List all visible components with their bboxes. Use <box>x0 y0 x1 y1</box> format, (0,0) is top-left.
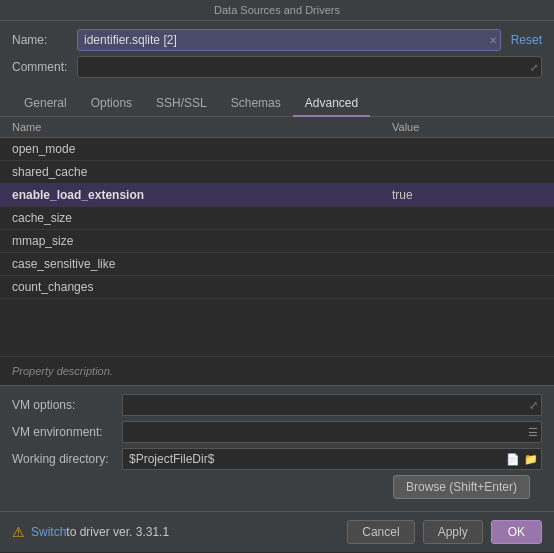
table-body: open_mode shared_cache enable_load_exten… <box>0 138 554 356</box>
vm-options-expand-icon[interactable]: ⤢ <box>529 399 538 412</box>
tab-advanced[interactable]: Advanced <box>293 91 370 117</box>
tab-options[interactable]: Options <box>79 91 144 117</box>
working-dir-wrapper: 📄 📁 <box>122 448 542 470</box>
name-row: Name: ✕ Reset <box>12 29 542 51</box>
property-description: Property description. <box>0 356 554 385</box>
action-buttons: Cancel Apply OK <box>347 520 542 544</box>
vm-environment-row: VM environment: ☰ <box>12 421 542 443</box>
tab-ssh-ssl[interactable]: SSH/SSL <box>144 91 219 117</box>
title-bar: Data Sources and Drivers <box>0 0 554 21</box>
name-label: Name: <box>12 33 77 47</box>
vm-environment-wrapper: ☰ <box>122 421 542 443</box>
dir-file-icon[interactable]: 📄 <box>506 453 520 466</box>
switch-link[interactable]: Switch <box>31 525 66 539</box>
vm-options-wrapper: ⤢ <box>122 394 542 416</box>
row-name-2: enable_load_extension <box>12 188 392 202</box>
row-value-2: true <box>392 188 542 202</box>
name-input-wrapper: ✕ <box>77 29 501 51</box>
table-row[interactable]: shared_cache <box>0 161 554 184</box>
table-section: Name Value open_mode shared_cache enable… <box>0 117 554 385</box>
top-section: Name: ✕ Reset Comment: ⤢ <box>0 21 554 87</box>
vm-env-icon[interactable]: ☰ <box>528 426 538 439</box>
ok-button[interactable]: OK <box>491 520 542 544</box>
cancel-button[interactable]: Cancel <box>347 520 414 544</box>
reset-button[interactable]: Reset <box>511 33 542 47</box>
table-row[interactable]: mmap_size <box>0 230 554 253</box>
vm-section: VM options: ⤢ VM environment: ☰ Working … <box>0 385 554 511</box>
row-name-6: count_changes <box>12 280 392 294</box>
vm-options-label: VM options: <box>12 398 122 412</box>
table-row[interactable]: open_mode <box>0 138 554 161</box>
apply-button[interactable]: Apply <box>423 520 483 544</box>
comment-label: Comment: <box>12 60 77 74</box>
warning-section: ⚠ Switch to driver ver. 3.31.1 <box>12 524 347 540</box>
table-row[interactable]: enable_load_extension true <box>0 184 554 207</box>
row-name-1: shared_cache <box>12 165 392 179</box>
vm-environment-label: VM environment: <box>12 425 122 439</box>
table-row[interactable]: cache_size <box>0 207 554 230</box>
working-directory-row: Working directory: 📄 📁 <box>12 448 542 470</box>
row-name-5: case_sensitive_like <box>12 257 392 271</box>
working-dir-label: Working directory: <box>12 452 122 466</box>
table-header: Name Value <box>0 117 554 138</box>
warning-icon: ⚠ <box>12 524 25 540</box>
comment-input[interactable] <box>77 56 542 78</box>
tab-schemas[interactable]: Schemas <box>219 91 293 117</box>
dialog: Name: ✕ Reset Comment: ⤢ General Options… <box>0 21 554 552</box>
name-input[interactable] <box>77 29 501 51</box>
vm-options-input[interactable] <box>122 394 542 416</box>
name-input-icon: ✕ <box>489 35 497 46</box>
bottom-bar: ⚠ Switch to driver ver. 3.31.1 Cancel Ap… <box>0 511 554 552</box>
warning-text: to driver ver. 3.31.1 <box>66 525 169 539</box>
vm-environment-input[interactable] <box>122 421 542 443</box>
table-row[interactable]: case_sensitive_like <box>0 253 554 276</box>
table-row[interactable]: count_changes <box>0 276 554 299</box>
header-name: Name <box>12 121 392 133</box>
vm-options-row: VM options: ⤢ <box>12 394 542 416</box>
dir-icons: 📄 📁 <box>506 453 538 466</box>
row-name-4: mmap_size <box>12 234 392 248</box>
tabs: General Options SSH/SSL Schemas Advanced <box>0 91 554 117</box>
working-dir-input[interactable] <box>122 448 542 470</box>
comment-row: Comment: ⤢ <box>12 56 542 78</box>
expand-icon: ⤢ <box>530 62 538 73</box>
row-name-3: cache_size <box>12 211 392 225</box>
browse-button[interactable]: Browse (Shift+Enter) <box>393 475 530 499</box>
header-value: Value <box>392 121 542 133</box>
title-text: Data Sources and Drivers <box>214 4 340 16</box>
tab-general[interactable]: General <box>12 91 79 117</box>
comment-input-wrapper: ⤢ <box>77 56 542 78</box>
dir-folder-icon[interactable]: 📁 <box>524 453 538 466</box>
row-name-0: open_mode <box>12 142 392 156</box>
